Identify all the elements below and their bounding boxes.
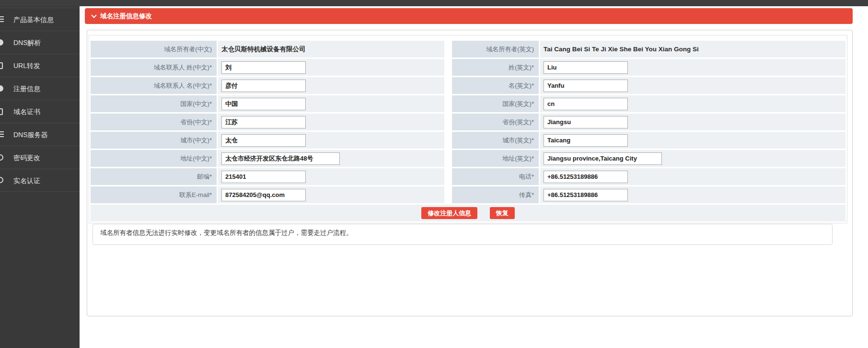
section-header-domain-registration-edit[interactable]: 域名注册信息修改 bbox=[85, 8, 853, 24]
field-label-zip-code: 邮编* bbox=[91, 168, 217, 185]
input-email[interactable] bbox=[221, 189, 306, 201]
form-row-zip-phone: 邮编* 电话* bbox=[91, 168, 845, 185]
sidebar-item-product-info[interactable]: 产品基本信息 bbox=[0, 8, 80, 31]
input-city-cn[interactable] bbox=[221, 134, 306, 147]
field-label-owner-cn: 域名所有者(中文) bbox=[91, 41, 217, 58]
sidebar: 产品基本信息 DNS解析 URL转发 注册信息 域名证书 DNS服务器 bbox=[0, 0, 80, 348]
chevron-down-icon bbox=[91, 12, 96, 18]
globe-icon bbox=[0, 39, 3, 46]
field-label-country-en: 国家(英文)* bbox=[452, 95, 539, 112]
sidebar-item-label: 密码更改 bbox=[13, 154, 40, 162]
sidebar-item-label: DNS解析 bbox=[13, 39, 41, 46]
field-label-country-cn: 国家(中文)* bbox=[91, 95, 217, 112]
field-label-contact-first-name-cn: 域名联系人 名(中文)* bbox=[91, 77, 217, 94]
product-list-icon bbox=[0, 16, 4, 22]
field-label-first-name-en: 名(英文)* bbox=[452, 77, 539, 94]
input-address-en[interactable] bbox=[544, 152, 662, 165]
lock-icon bbox=[0, 154, 3, 161]
column-spacer bbox=[446, 95, 451, 112]
input-fax[interactable] bbox=[544, 189, 628, 201]
section-title: 域名注册信息修改 bbox=[100, 12, 152, 21]
input-country-en[interactable] bbox=[544, 98, 628, 110]
form-row-first-name: 域名联系人 名(中文)* 名(英文)* bbox=[91, 77, 845, 94]
form-row-city: 城市(中文)* 城市(英文)* bbox=[91, 132, 845, 149]
column-spacer bbox=[446, 168, 451, 185]
column-spacer bbox=[446, 59, 451, 76]
field-label-contact-last-name-cn: 域名联系人 姓(中文)* bbox=[91, 59, 217, 76]
modify-registrant-button[interactable]: 修改注册人信息 bbox=[421, 207, 477, 219]
form-row-buttons: 修改注册人信息 恢复 bbox=[91, 205, 845, 221]
sidebar-item-registration-info[interactable]: 注册信息 bbox=[0, 77, 80, 100]
field-label-city-en: 城市(英文)* bbox=[452, 132, 539, 149]
field-label-address-cn: 地址(中文)* bbox=[91, 150, 217, 167]
domain-management-page: 产品基本信息 DNS解析 URL转发 注册信息 域名证书 DNS服务器 bbox=[0, 0, 868, 348]
sidebar-item-url-forwarding[interactable]: URL转发 bbox=[0, 54, 80, 77]
owner-name-cn-value: 太仓贝斯特机械设备有限公司 bbox=[221, 46, 306, 53]
input-address-cn[interactable] bbox=[221, 152, 340, 165]
input-last-name-en[interactable] bbox=[544, 61, 628, 74]
sidebar-item-dns-resolution[interactable]: DNS解析 bbox=[0, 31, 80, 54]
sidebar-item-dns-server[interactable]: DNS服务器 bbox=[0, 123, 80, 146]
sidebar-item-domain-certificate[interactable]: 域名证书 bbox=[0, 100, 80, 123]
restore-button[interactable]: 恢复 bbox=[490, 207, 515, 219]
field-label-email: 联系E-mail* bbox=[91, 186, 217, 203]
field-label-phone: 电话* bbox=[452, 168, 539, 185]
form-row-last-name: 域名联系人 姓(中文)* 姓(英文)* bbox=[91, 59, 845, 76]
sidebar-item-label: DNS服务器 bbox=[13, 131, 48, 139]
input-province-en[interactable] bbox=[544, 116, 628, 128]
sidebar-item-real-name-auth[interactable]: 实名认证 bbox=[0, 169, 80, 192]
column-spacer bbox=[446, 186, 451, 203]
form-row-province: 省份(中文)* 省份(英文)* bbox=[91, 114, 845, 130]
input-province-cn[interactable] bbox=[221, 116, 306, 128]
field-label-city-cn: 城市(中文)* bbox=[91, 132, 217, 149]
note-text: 域名所有者信息无法进行实时修改，变更域名所有者的信息属于过户，需要走过户流程。 bbox=[100, 229, 353, 236]
id-badge-icon bbox=[0, 177, 3, 183]
field-label-owner-en: 域名所有者(英文) bbox=[452, 41, 539, 58]
sidebar-menu: 产品基本信息 DNS解析 URL转发 注册信息 域名证书 DNS服务器 bbox=[0, 8, 80, 192]
sidebar-item-label: URL转发 bbox=[13, 62, 40, 70]
input-phone[interactable] bbox=[544, 171, 628, 183]
sidebar-item-label: 实名认证 bbox=[13, 177, 40, 185]
sidebar-item-password-change[interactable]: 密码更改 bbox=[0, 146, 80, 169]
sidebar-item-label: 域名证书 bbox=[13, 108, 40, 116]
column-spacer bbox=[446, 150, 451, 167]
input-country-cn[interactable] bbox=[221, 98, 306, 110]
column-spacer bbox=[446, 114, 451, 130]
registration-form-table: 域名所有者(中文) 太仓贝斯特机械设备有限公司 域名所有者(英文) Tai Ca… bbox=[89, 39, 847, 223]
field-label-fax: 传真* bbox=[452, 186, 539, 203]
top-navigation-strip bbox=[0, 0, 868, 6]
column-spacer bbox=[446, 77, 451, 94]
form-row-email-fax: 联系E-mail* 传真* bbox=[91, 186, 845, 203]
input-zip-code[interactable] bbox=[221, 171, 306, 183]
form-row-address: 地址(中文)* 地址(英文)* bbox=[91, 150, 845, 167]
input-first-name-en[interactable] bbox=[544, 80, 628, 92]
field-label-province-en: 省份(英文)* bbox=[452, 114, 539, 130]
input-contact-first-name-cn[interactable] bbox=[221, 80, 306, 92]
certificate-icon bbox=[0, 108, 3, 115]
sidebar-item-label: 注册信息 bbox=[13, 85, 40, 93]
field-label-province-cn: 省份(中文)* bbox=[91, 114, 217, 130]
column-spacer bbox=[446, 41, 451, 58]
registration-form: 域名所有者(中文) 太仓贝斯特机械设备有限公司 域名所有者(英文) Tai Ca… bbox=[89, 35, 847, 223]
field-label-last-name-en: 姓(英文)* bbox=[452, 59, 539, 76]
registration-icon bbox=[0, 85, 3, 92]
owner-change-note: 域名所有者信息无法进行实时修改，变更域名所有者的信息属于过户，需要走过户流程。 bbox=[93, 224, 833, 245]
form-row-owner: 域名所有者(中文) 太仓贝斯特机械设备有限公司 域名所有者(英文) Tai Ca… bbox=[91, 41, 845, 58]
input-contact-last-name-cn[interactable] bbox=[221, 61, 306, 74]
input-city-en[interactable] bbox=[544, 134, 628, 147]
forward-icon bbox=[0, 62, 3, 69]
column-spacer bbox=[446, 132, 451, 149]
field-label-address-en: 地址(英文)* bbox=[452, 150, 539, 167]
server-icon bbox=[0, 131, 4, 137]
sidebar-item-label: 产品基本信息 bbox=[13, 16, 54, 23]
owner-name-en-value: Tai Cang Bei Si Te Ji Xie She Bei You Xi… bbox=[544, 46, 699, 53]
form-row-country: 国家(中文)* 国家(英文)* bbox=[91, 95, 845, 112]
